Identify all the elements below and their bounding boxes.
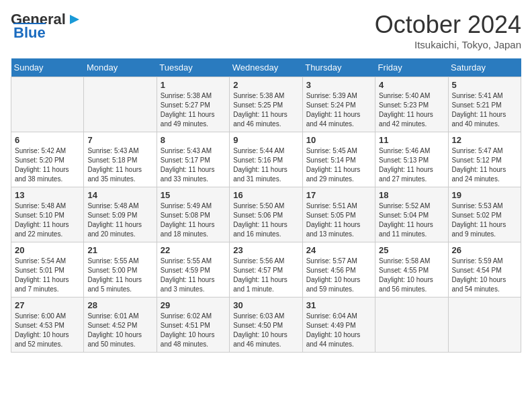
calendar-cell: 14Sunrise: 5:48 AMSunset: 5:09 PMDayligh…	[84, 187, 157, 242]
calendar-cell: 29Sunrise: 6:02 AMSunset: 4:51 PMDayligh…	[157, 298, 229, 353]
day-number: 19	[452, 190, 517, 200]
day-header-tuesday: Tuesday	[157, 58, 229, 77]
day-number: 14	[87, 190, 152, 200]
day-info: Sunrise: 5:46 AMSunset: 5:13 PMDaylight:…	[379, 146, 444, 184]
calendar-cell	[375, 298, 448, 353]
day-info: Sunrise: 5:44 AMSunset: 5:16 PMDaylight:…	[233, 146, 298, 184]
day-info: Sunrise: 5:47 AMSunset: 5:12 PMDaylight:…	[452, 146, 517, 184]
calendar-week-row: 6Sunrise: 5:42 AMSunset: 5:20 PMDaylight…	[11, 132, 521, 187]
day-header-thursday: Thursday	[302, 58, 375, 77]
calendar-cell: 16Sunrise: 5:50 AMSunset: 5:06 PMDayligh…	[230, 187, 302, 242]
title-area: October 2024 Itsukaichi, Tokyo, Japan	[375, 11, 521, 50]
day-number: 16	[233, 190, 298, 200]
calendar-cell: 5Sunrise: 5:41 AMSunset: 5:21 PMDaylight…	[448, 77, 521, 132]
day-number: 1	[161, 80, 226, 90]
calendar-cell	[84, 77, 157, 132]
day-header-monday: Monday	[84, 58, 157, 77]
calendar-cell: 31Sunrise: 6:04 AMSunset: 4:49 PMDayligh…	[302, 298, 375, 353]
calendar-cell: 28Sunrise: 6:01 AMSunset: 4:52 PMDayligh…	[84, 298, 157, 353]
day-info: Sunrise: 6:00 AMSunset: 4:53 PMDaylight:…	[15, 312, 80, 349]
day-number: 21	[87, 245, 152, 255]
calendar-cell: 25Sunrise: 5:58 AMSunset: 4:55 PMDayligh…	[375, 242, 448, 298]
day-info: Sunrise: 5:55 AMSunset: 5:00 PMDaylight:…	[87, 257, 152, 294]
day-info: Sunrise: 5:55 AMSunset: 4:59 PMDaylight:…	[161, 257, 226, 294]
month-title: October 2024	[375, 11, 521, 39]
calendar-week-row: 27Sunrise: 6:00 AMSunset: 4:53 PMDayligh…	[11, 298, 521, 353]
day-info: Sunrise: 5:56 AMSunset: 4:57 PMDaylight:…	[233, 257, 298, 294]
day-header-wednesday: Wednesday	[230, 58, 302, 77]
day-info: Sunrise: 5:54 AMSunset: 5:01 PMDaylight:…	[15, 257, 80, 294]
day-number: 5	[452, 80, 517, 90]
location-subtitle: Itsukaichi, Tokyo, Japan	[375, 39, 521, 50]
calendar-cell: 2Sunrise: 5:38 AMSunset: 5:25 PMDaylight…	[230, 77, 302, 132]
day-number: 22	[161, 245, 226, 255]
day-info: Sunrise: 5:40 AMSunset: 5:23 PMDaylight:…	[379, 91, 444, 129]
day-info: Sunrise: 5:51 AMSunset: 5:05 PMDaylight:…	[306, 201, 371, 239]
day-header-sunday: Sunday	[11, 58, 84, 77]
calendar-cell	[448, 298, 521, 353]
day-number: 8	[161, 135, 226, 145]
day-number: 12	[452, 135, 517, 145]
calendar-cell: 11Sunrise: 5:46 AMSunset: 5:13 PMDayligh…	[375, 132, 448, 187]
day-info: Sunrise: 5:58 AMSunset: 4:55 PMDaylight:…	[379, 257, 444, 294]
day-info: Sunrise: 5:50 AMSunset: 5:06 PMDaylight:…	[233, 201, 298, 239]
day-number: 30	[233, 300, 298, 310]
day-number: 23	[233, 245, 298, 255]
calendar-cell: 24Sunrise: 5:57 AMSunset: 4:56 PMDayligh…	[302, 242, 375, 298]
calendar-cell	[11, 77, 84, 132]
day-info: Sunrise: 5:45 AMSunset: 5:14 PMDaylight:…	[306, 146, 371, 184]
day-info: Sunrise: 5:42 AMSunset: 5:20 PMDaylight:…	[15, 146, 80, 184]
day-number: 18	[379, 190, 444, 200]
day-number: 6	[15, 135, 80, 145]
calendar-cell: 8Sunrise: 5:43 AMSunset: 5:17 PMDaylight…	[157, 132, 229, 187]
day-number: 26	[452, 245, 517, 255]
svg-marker-0	[70, 15, 79, 24]
day-number: 2	[233, 80, 298, 90]
day-info: Sunrise: 5:52 AMSunset: 5:04 PMDaylight:…	[379, 201, 444, 239]
day-number: 28	[87, 300, 152, 310]
day-info: Sunrise: 6:04 AMSunset: 4:49 PMDaylight:…	[306, 312, 371, 349]
calendar-cell: 15Sunrise: 5:49 AMSunset: 5:08 PMDayligh…	[157, 187, 229, 242]
day-header-saturday: Saturday	[448, 58, 521, 77]
day-number: 20	[15, 245, 80, 255]
day-number: 3	[306, 80, 371, 90]
day-info: Sunrise: 6:01 AMSunset: 4:52 PMDaylight:…	[87, 312, 152, 349]
calendar-cell: 13Sunrise: 5:48 AMSunset: 5:10 PMDayligh…	[11, 187, 84, 242]
day-number: 4	[379, 80, 444, 90]
day-number: 7	[87, 135, 152, 145]
day-info: Sunrise: 5:41 AMSunset: 5:21 PMDaylight:…	[452, 91, 517, 129]
calendar-cell: 7Sunrise: 5:43 AMSunset: 5:18 PMDaylight…	[84, 132, 157, 187]
day-info: Sunrise: 5:43 AMSunset: 5:18 PMDaylight:…	[87, 146, 152, 184]
calendar-cell: 30Sunrise: 6:03 AMSunset: 4:50 PMDayligh…	[230, 298, 302, 353]
calendar-cell: 9Sunrise: 5:44 AMSunset: 5:16 PMDaylight…	[230, 132, 302, 187]
day-info: Sunrise: 6:03 AMSunset: 4:50 PMDaylight:…	[233, 312, 298, 349]
day-info: Sunrise: 5:43 AMSunset: 5:17 PMDaylight:…	[161, 146, 226, 184]
day-info: Sunrise: 5:59 AMSunset: 4:54 PMDaylight:…	[452, 257, 517, 294]
day-number: 13	[15, 190, 80, 200]
day-header-friday: Friday	[375, 58, 448, 77]
day-info: Sunrise: 6:02 AMSunset: 4:51 PMDaylight:…	[161, 312, 226, 349]
calendar-table: SundayMondayTuesdayWednesdayThursdayFrid…	[11, 58, 521, 353]
day-number: 10	[306, 135, 371, 145]
calendar-cell: 3Sunrise: 5:39 AMSunset: 5:24 PMDaylight…	[302, 77, 375, 132]
calendar-cell: 12Sunrise: 5:47 AMSunset: 5:12 PMDayligh…	[448, 132, 521, 187]
calendar-week-row: 13Sunrise: 5:48 AMSunset: 5:10 PMDayligh…	[11, 187, 521, 242]
day-info: Sunrise: 5:48 AMSunset: 5:09 PMDaylight:…	[87, 201, 152, 239]
calendar-cell: 17Sunrise: 5:51 AMSunset: 5:05 PMDayligh…	[302, 187, 375, 242]
day-number: 27	[15, 300, 80, 310]
day-info: Sunrise: 5:57 AMSunset: 4:56 PMDaylight:…	[306, 257, 371, 294]
day-number: 11	[379, 135, 444, 145]
calendar-cell: 21Sunrise: 5:55 AMSunset: 5:00 PMDayligh…	[84, 242, 157, 298]
calendar-cell: 27Sunrise: 6:00 AMSunset: 4:53 PMDayligh…	[11, 298, 84, 353]
day-number: 9	[233, 135, 298, 145]
calendar-week-row: 1Sunrise: 5:38 AMSunset: 5:27 PMDaylight…	[11, 77, 521, 132]
day-number: 24	[306, 245, 371, 255]
calendar-cell: 20Sunrise: 5:54 AMSunset: 5:01 PMDayligh…	[11, 242, 84, 298]
day-info: Sunrise: 5:53 AMSunset: 5:02 PMDaylight:…	[452, 201, 517, 239]
day-info: Sunrise: 5:38 AMSunset: 5:27 PMDaylight:…	[161, 91, 226, 129]
day-number: 25	[379, 245, 444, 255]
day-info: Sunrise: 5:38 AMSunset: 5:25 PMDaylight:…	[233, 91, 298, 129]
calendar-cell: 4Sunrise: 5:40 AMSunset: 5:23 PMDaylight…	[375, 77, 448, 132]
logo-arrow-icon	[67, 12, 82, 27]
calendar-week-row: 20Sunrise: 5:54 AMSunset: 5:01 PMDayligh…	[11, 242, 521, 298]
